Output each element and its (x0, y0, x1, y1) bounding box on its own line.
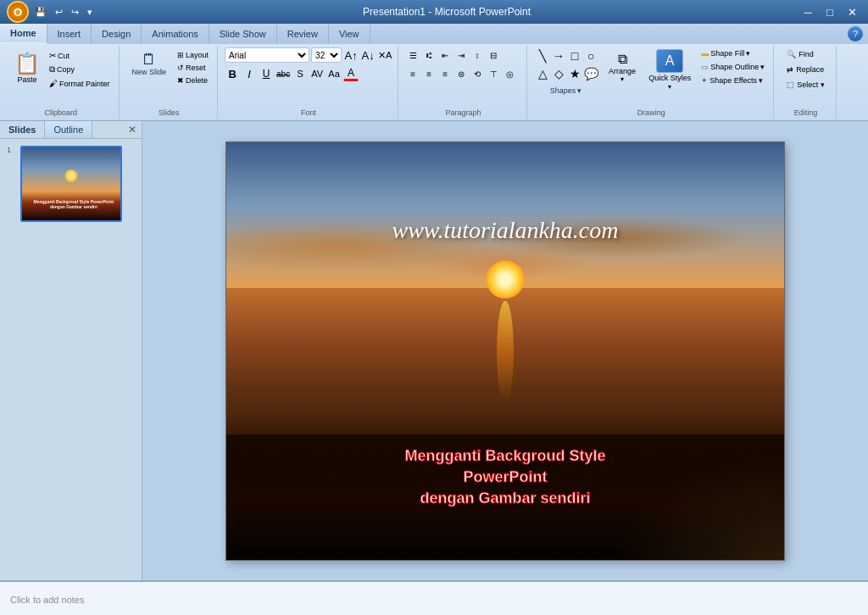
group-font: Arial 32 A↑ A↓ ✕A B I U abc S AV Aa (220, 46, 398, 119)
quick-styles-button[interactable]: A (656, 49, 683, 73)
office-button[interactable]: O (7, 1, 29, 23)
shape-line[interactable]: ╲ (534, 47, 551, 64)
title-bar: O 💾 ↩ ↪ ▾ Presentation1 - Microsoft Powe… (0, 0, 868, 24)
char-spacing-button[interactable]: AV (309, 66, 325, 81)
dec-indent-button[interactable]: ⇤ (437, 47, 453, 63)
decrease-font-button[interactable]: A↓ (360, 47, 376, 63)
font-row-2: B I U abc S AV Aa A (225, 66, 392, 81)
slides-group-content: 🗒 New Slide ⊞ Layout ↺ Reset ✖ Delete (126, 47, 213, 103)
bold-button[interactable]: B (225, 66, 240, 81)
format-painter-icon: 🖌 (49, 79, 58, 88)
columns-button[interactable]: ⊟ (486, 47, 501, 63)
tab-animations[interactable]: Animations (142, 24, 209, 44)
clipboard-label: Clipboard (3, 108, 119, 117)
clear-format-button[interactable]: ✕A (377, 47, 392, 63)
customize-button[interactable]: ▾ (85, 6, 95, 19)
slide-number: 1 (7, 146, 17, 154)
strikethrough-button[interactable]: abc (275, 66, 291, 81)
delete-button[interactable]: ✖ Delete (174, 75, 212, 86)
group-paragraph: ☰ ⑆ ⇤ ⇥ ↕ ⊟ ≡ ≡ ≡ ⊜ ⟲ ⊤ ◎ Paragraph (400, 46, 527, 119)
tab-home[interactable]: Home (0, 24, 47, 44)
maximize-button[interactable]: □ (821, 4, 839, 19)
numbered-list-button[interactable]: ⑆ (421, 47, 437, 63)
slide-thumbnail[interactable]: Mengganti Backgroud Style PowerPointdeng… (20, 146, 122, 222)
shape-fill-button[interactable]: ▬ Shape Fill ▾ (698, 47, 768, 59)
text-direction-button[interactable]: ⟲ (470, 66, 485, 81)
replace-button[interactable]: ⇄ Replace (781, 63, 831, 76)
paste-label: Paste (17, 75, 36, 84)
font-color-button[interactable]: A (343, 66, 359, 81)
shape-star[interactable]: ★ (566, 65, 583, 82)
layout-button[interactable]: ⊞ Layout (174, 49, 212, 61)
underline-button[interactable]: U (259, 66, 274, 81)
minimize-button[interactable]: ─ (798, 4, 817, 19)
tab-slides[interactable]: Slides (0, 121, 45, 138)
save-button[interactable]: 💾 (32, 6, 49, 19)
tab-design[interactable]: Design (92, 24, 142, 44)
copy-button[interactable]: ⧉ Copy (46, 63, 114, 76)
select-icon: ⬚ (787, 80, 794, 89)
align-right-button[interactable]: ≡ (437, 66, 453, 81)
editing-label: Editing (776, 108, 836, 117)
drawing-group-content: ╲ → □ ○ △ ◇ ★ 💬 Shapes▾ (534, 47, 768, 109)
window-controls: ─ □ ✕ (798, 4, 861, 19)
convert-smart-button[interactable]: ◎ (502, 66, 517, 81)
group-slides: 🗒 New Slide ⊞ Layout ↺ Reset ✖ Delete (121, 46, 219, 119)
shape-fill-icon: ▬ (701, 49, 709, 58)
justify-button[interactable]: ⊜ (453, 66, 469, 81)
inc-indent-button[interactable]: ⇥ (453, 47, 469, 63)
shape-oval[interactable]: ○ (582, 47, 599, 64)
arrange-chevron: ▾ (620, 75, 624, 83)
quick-access-toolbar: 💾 ↩ ↪ ▾ (32, 6, 95, 19)
align-left-button[interactable]: ≡ (405, 66, 420, 81)
copy-icon: ⧉ (49, 64, 55, 75)
select-button[interactable]: ⬚ Select ▾ (781, 78, 831, 91)
align-center-button[interactable]: ≡ (421, 66, 437, 81)
change-case-button[interactable]: Aa (326, 66, 342, 81)
close-panel-button[interactable]: ✕ (123, 121, 142, 138)
increase-font-button[interactable]: A↑ (343, 47, 359, 63)
redo-button[interactable]: ↪ (69, 6, 81, 19)
cut-button[interactable]: ✂ Cut (46, 49, 114, 62)
font-name-select[interactable]: Arial (225, 47, 309, 63)
ribbon: Home Insert Design Animations Slide Show… (0, 24, 868, 121)
italic-button[interactable]: I (242, 66, 257, 81)
ribbon-tab-bar: Home Insert Design Animations Slide Show… (0, 24, 868, 44)
shape-rect[interactable]: □ (566, 47, 583, 64)
shape-arrow[interactable]: → (550, 47, 567, 64)
shape-tri[interactable]: △ (534, 65, 551, 82)
drawing-label: Drawing (529, 108, 773, 117)
bullet-list-button[interactable]: ☰ (405, 47, 420, 63)
shapes-label: Shapes (550, 86, 576, 95)
tab-review[interactable]: Review (277, 24, 329, 44)
tab-outline[interactable]: Outline (45, 121, 92, 138)
shape-effects-button[interactable]: ✦ Shape Effects ▾ (698, 75, 768, 86)
arrange-button[interactable]: ⧉ Arrange ▾ (603, 47, 642, 87)
shape-callout[interactable]: 💬 (582, 65, 599, 82)
quick-styles-label[interactable]: Quick Styles (648, 74, 691, 82)
notes-area[interactable]: Click to add notes (0, 580, 868, 615)
line-spacing-button[interactable]: ↕ (470, 47, 485, 63)
new-slide-button[interactable]: 🗒 New Slide (126, 47, 173, 80)
slide-title[interactable]: www.tutorialankha.com (392, 217, 618, 244)
paragraph-label: Paragraph (400, 108, 526, 117)
shapes-chevron: ▾ (577, 86, 581, 95)
tab-insert[interactable]: Insert (47, 24, 92, 44)
paste-button[interactable]: 📋 Paste (8, 47, 46, 88)
notes-placeholder: Click to add notes (10, 595, 84, 605)
shadow-button[interactable]: S (292, 66, 308, 81)
shape-outline-button[interactable]: ▭ Shape Outline ▾ (698, 61, 768, 73)
slide-canvas[interactable]: www.tutorialankha.com Mengganti Backgrou… (225, 141, 785, 561)
tab-view[interactable]: View (329, 24, 370, 44)
shape-diamond[interactable]: ◇ (550, 65, 567, 82)
shapes-dropdown-button[interactable]: Shapes▾ (546, 84, 587, 97)
align-text-button[interactable]: ⊤ (486, 66, 501, 81)
tab-slideshow[interactable]: Slide Show (209, 24, 277, 44)
reset-button[interactable]: ↺ Reset (174, 62, 212, 74)
undo-button[interactable]: ↩ (53, 6, 65, 19)
format-painter-button[interactable]: 🖌 Format Painter (46, 77, 114, 90)
close-button[interactable]: ✕ (843, 4, 861, 19)
find-button[interactable]: 🔍 Find (781, 47, 831, 61)
help-button[interactable]: ? (848, 26, 863, 42)
font-size-select[interactable]: 32 (311, 47, 342, 63)
